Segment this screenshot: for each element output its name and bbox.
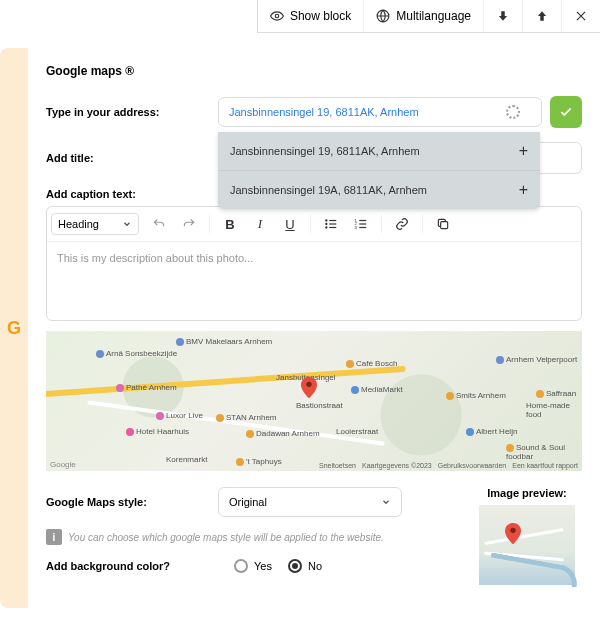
copy-icon: [436, 217, 450, 231]
redo-icon: [182, 217, 196, 231]
svg-rect-3: [329, 220, 336, 221]
rich-text-editor: Heading B I U 123 This is my description…: [46, 206, 582, 321]
confirm-address-button[interactable]: [550, 96, 582, 128]
show-block-button[interactable]: Show block: [258, 0, 363, 32]
multilanguage-button[interactable]: Multilanguage: [363, 0, 483, 32]
show-block-label: Show block: [290, 9, 351, 23]
ordered-list-button[interactable]: 123: [347, 211, 375, 237]
suggestion-item[interactable]: Jansbinnensingel 19A, 6811AK, Arnhem +: [218, 171, 540, 209]
map-poi: Pathé Arnhem: [116, 383, 177, 392]
svg-point-0: [275, 14, 279, 18]
svg-text:3: 3: [355, 225, 358, 230]
preview-pin-icon: [505, 523, 521, 548]
multilanguage-label: Multilanguage: [396, 9, 471, 23]
bgcolor-no-radio[interactable]: No: [288, 559, 322, 573]
title-label: Add title:: [46, 152, 218, 164]
suggestion-item[interactable]: Jansbinnensingel 19, 6811AK, Arnhem +: [218, 132, 540, 171]
svg-rect-13: [359, 227, 366, 228]
redo-button[interactable]: [175, 211, 203, 237]
loading-spinner-icon: [506, 105, 520, 119]
left-rail: G: [0, 48, 28, 608]
map-poi: 't Taphuys: [236, 457, 282, 466]
eye-icon: [270, 9, 284, 23]
preview-label: Image preview:: [472, 487, 582, 499]
bullet-list-button[interactable]: [317, 211, 345, 237]
top-toolbar: Show block Multilanguage: [257, 0, 600, 33]
map-logo: Google: [50, 460, 76, 469]
bgcolor-yes-label: Yes: [254, 560, 272, 572]
style-hint: i You can choose which google maps style…: [46, 529, 452, 545]
map-poi: Looierstraat: [336, 427, 378, 436]
svg-rect-5: [329, 223, 336, 224]
bullet-list-icon: [324, 217, 338, 231]
underline-button[interactable]: U: [276, 211, 304, 237]
block-title: Google maps ®: [46, 64, 582, 78]
map-poi: Arnhem Velperpoort: [496, 355, 577, 364]
style-select[interactable]: Original: [218, 487, 402, 517]
move-down-button[interactable]: [483, 0, 522, 32]
link-icon: [395, 217, 409, 231]
undo-icon: [152, 217, 166, 231]
svg-rect-11: [359, 223, 366, 224]
style-hint-text: You can choose which google maps style w…: [68, 532, 384, 543]
map-poi: Albert Heijn: [466, 427, 517, 436]
editor-toolbar: Heading B I U 123: [47, 207, 581, 242]
address-suggestions-dropdown: Jansbinnensingel 19, 6811AK, Arnhem + Ja…: [218, 132, 540, 209]
map-poi: Hotel Haarhuis: [126, 427, 189, 436]
close-button[interactable]: [561, 0, 600, 32]
suggestion-text: Jansbinnensingel 19A, 6811AK, Arnhem: [230, 184, 427, 196]
map-preview[interactable]: BMV Makelaars ArnhemArnâ SonsbeekzijdeCa…: [46, 331, 582, 471]
bold-button[interactable]: B: [216, 211, 244, 237]
arrow-down-icon: [496, 9, 510, 23]
map-attribution: SneltoetsenKaartgegevens ©2023Gebruiksvo…: [319, 462, 578, 469]
svg-point-16: [510, 528, 515, 533]
chevron-down-icon: [122, 219, 132, 229]
add-suggestion-icon[interactable]: +: [519, 142, 528, 160]
move-up-button[interactable]: [522, 0, 561, 32]
globe-icon: [376, 9, 390, 23]
copy-button[interactable]: [429, 211, 457, 237]
address-label: Type in your address:: [46, 106, 218, 118]
info-icon: i: [46, 529, 62, 545]
arrow-up-icon: [535, 9, 549, 23]
map-poi: Café Bosch: [346, 359, 397, 368]
ordered-list-icon: 123: [354, 217, 368, 231]
radio-icon: [234, 559, 248, 573]
map-poi: MediaMarkt: [351, 385, 403, 394]
svg-rect-9: [359, 220, 366, 221]
svg-point-15: [306, 382, 311, 387]
caption-label: Add caption text:: [46, 188, 218, 200]
map-poi: Bastionstraat: [296, 401, 343, 410]
bgcolor-yes-radio[interactable]: Yes: [234, 559, 272, 573]
svg-point-2: [325, 219, 327, 221]
add-suggestion-icon[interactable]: +: [519, 181, 528, 199]
style-select-value: Original: [229, 496, 267, 508]
editor-body[interactable]: This is my description about this photo.…: [47, 242, 581, 320]
map-poi: Smits Arnhem: [446, 391, 506, 400]
bgcolor-label: Add background color?: [46, 560, 218, 572]
link-button[interactable]: [388, 211, 416, 237]
map-poi: Saffraan: [536, 389, 576, 398]
svg-point-4: [325, 223, 327, 225]
settings-panel: Google maps ® Type in your address: Jans…: [28, 48, 600, 608]
heading-select-label: Heading: [58, 218, 99, 230]
address-input[interactable]: Jansbinnensingel 19, 6811AK, Arnhem: [218, 97, 542, 127]
heading-select[interactable]: Heading: [51, 213, 139, 235]
check-icon: [559, 105, 573, 119]
map-poi: Home-made food: [526, 401, 582, 419]
chevron-down-icon: [381, 497, 391, 507]
map-poi: BMV Makelaars Arnhem: [176, 337, 272, 346]
map-poi: Arnâ Sonsbeekzijde: [96, 349, 177, 358]
radio-icon: [288, 559, 302, 573]
italic-button[interactable]: I: [246, 211, 274, 237]
map-poi: Luxor Live: [156, 411, 203, 420]
map-poi: Dadawan Arnhem: [246, 429, 320, 438]
undo-button[interactable]: [145, 211, 173, 237]
svg-rect-14: [441, 222, 448, 229]
close-icon: [574, 9, 588, 23]
map-poi: Sound & Soul foodbar: [506, 443, 582, 461]
map-pin-icon: [301, 377, 317, 402]
style-label: Google Maps style:: [46, 496, 218, 508]
suggestion-text: Jansbinnensingel 19, 6811AK, Arnhem: [230, 145, 420, 157]
svg-point-6: [325, 226, 327, 228]
